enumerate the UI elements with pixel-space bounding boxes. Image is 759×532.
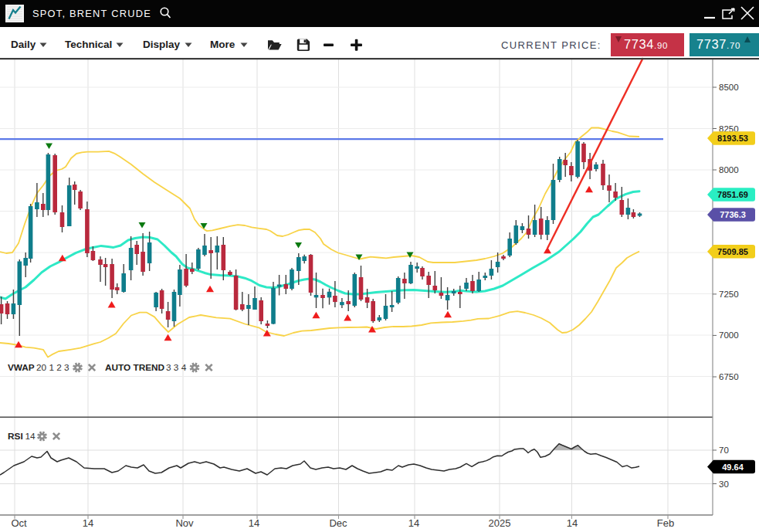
svg-text:2025: 2025 xyxy=(489,517,511,529)
svg-text:More: More xyxy=(210,39,235,50)
svg-text:8193.53: 8193.53 xyxy=(717,134,748,143)
svg-text:3 3 4: 3 3 4 xyxy=(166,362,187,373)
svg-text:30: 30 xyxy=(719,479,729,489)
svg-text:7736.3: 7736.3 xyxy=(720,210,746,219)
svg-text:14: 14 xyxy=(83,517,93,529)
svg-text:Oct: Oct xyxy=(11,517,27,529)
svg-text:14: 14 xyxy=(567,517,578,529)
svg-text:SPOT, BRENT CRUDE: SPOT, BRENT CRUDE xyxy=(32,8,151,19)
svg-text:Nov: Nov xyxy=(175,517,194,529)
svg-text:RSI: RSI xyxy=(8,431,23,442)
svg-text:6750: 6750 xyxy=(719,372,739,381)
svg-text:Dec: Dec xyxy=(329,517,347,529)
svg-text:8000: 8000 xyxy=(719,165,739,175)
svg-text:8500: 8500 xyxy=(719,83,739,92)
svg-text:Feb: Feb xyxy=(657,517,674,529)
svg-text:14: 14 xyxy=(408,517,419,529)
svg-text:20 1 2 3: 20 1 2 3 xyxy=(36,362,69,373)
svg-text:7509.85: 7509.85 xyxy=(717,247,748,256)
svg-text:7851.69: 7851.69 xyxy=(717,190,748,199)
svg-text:AUTO TREND: AUTO TREND xyxy=(105,362,165,373)
svg-text:Display: Display xyxy=(143,39,181,50)
svg-text:49.64: 49.64 xyxy=(722,463,744,472)
svg-text:CURRENT PRICE:: CURRENT PRICE: xyxy=(501,39,601,51)
svg-text:7000: 7000 xyxy=(719,330,739,340)
svg-text:7250: 7250 xyxy=(719,290,739,299)
svg-text:Technical: Technical xyxy=(65,39,112,50)
svg-text:14: 14 xyxy=(249,517,259,529)
svg-text:70: 70 xyxy=(719,446,729,455)
svg-text:14: 14 xyxy=(25,431,36,442)
svg-text:Daily: Daily xyxy=(11,39,36,50)
svg-text:VWAP: VWAP xyxy=(8,362,35,373)
